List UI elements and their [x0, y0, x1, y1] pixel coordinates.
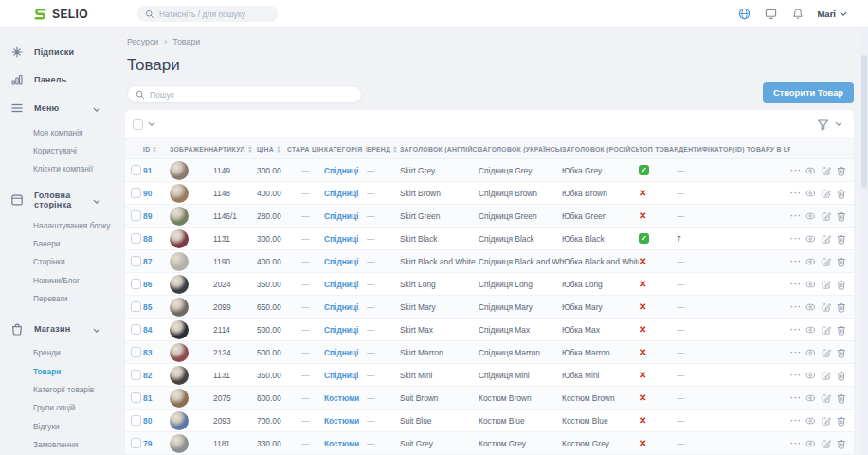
delete-icon[interactable]	[837, 370, 846, 381]
product-image[interactable]	[170, 184, 189, 203]
bell-icon[interactable]	[790, 7, 805, 21]
delete-icon[interactable]	[837, 324, 846, 336]
sort-icon[interactable]	[277, 146, 280, 153]
table-search-input[interactable]	[150, 90, 339, 100]
row-checkbox[interactable]	[131, 415, 141, 426]
edit-icon[interactable]	[822, 438, 831, 449]
bulk-actions-chevron-icon[interactable]	[148, 121, 155, 127]
sidebar-item-shop[interactable]: Магазин	[8, 314, 118, 344]
more-actions-icon[interactable]: ···	[790, 371, 800, 380]
edit-icon[interactable]	[822, 165, 831, 176]
product-id-link[interactable]: 87	[143, 257, 170, 266]
row-checkbox[interactable]	[131, 370, 141, 380]
product-image[interactable]	[170, 343, 189, 362]
product-image[interactable]	[170, 298, 189, 317]
product-category-link[interactable]: Костюми	[324, 439, 367, 448]
sort-icon[interactable]	[153, 146, 156, 153]
more-actions-icon[interactable]: ···	[790, 234, 800, 244]
more-actions-icon[interactable]: ···	[790, 439, 800, 448]
sidebar-item-homepage[interactable]: Головна сторінка	[8, 184, 118, 216]
row-checkbox[interactable]	[131, 233, 141, 244]
view-icon[interactable]	[805, 416, 815, 426]
edit-icon[interactable]	[822, 188, 831, 199]
sidebar-subitem[interactable]: Новини/Блог	[33, 271, 118, 289]
delete-icon[interactable]	[837, 392, 846, 404]
edit-icon[interactable]	[822, 256, 831, 267]
product-image[interactable]	[170, 389, 189, 408]
delete-icon[interactable]	[837, 347, 846, 358]
sidebar-subitem[interactable]: Банери	[33, 234, 118, 252]
product-category-link[interactable]: Спідниці	[324, 325, 367, 335]
product-category-link[interactable]: Костюми	[324, 393, 367, 403]
product-category-link[interactable]: Спідниці	[324, 189, 367, 198]
scrollbar-thumb[interactable]	[861, 55, 867, 188]
product-image[interactable]	[170, 411, 189, 430]
view-icon[interactable]	[805, 302, 815, 312]
product-id-link[interactable]: 81	[143, 393, 170, 403]
table-search[interactable]	[127, 85, 362, 103]
product-category-link[interactable]: Спідниці	[324, 302, 367, 312]
product-image[interactable]	[170, 366, 189, 385]
sidebar-subitem[interactable]: Користувачі	[33, 141, 118, 159]
more-actions-icon[interactable]: ···	[790, 348, 800, 357]
edit-icon[interactable]	[822, 279, 831, 290]
breadcrumb-parent[interactable]: Ресурси	[127, 37, 158, 46]
sidebar-item-menu[interactable]: Меню	[8, 93, 118, 123]
view-icon[interactable]	[805, 439, 815, 448]
product-category-link[interactable]: Спідниці	[324, 211, 367, 221]
column-header[interactable]: ЦІНА	[257, 146, 287, 153]
sidebar-subitem[interactable]: Клієнти компанії	[33, 160, 118, 178]
row-checkbox[interactable]	[131, 210, 141, 221]
delete-icon[interactable]	[837, 438, 846, 449]
row-checkbox[interactable]	[131, 279, 141, 289]
product-id-link[interactable]: 86	[143, 280, 170, 289]
more-actions-icon[interactable]: ···	[790, 280, 800, 289]
edit-icon[interactable]	[822, 415, 831, 427]
product-image[interactable]	[170, 320, 189, 339]
edit-icon[interactable]	[822, 370, 831, 381]
edit-icon[interactable]	[822, 347, 831, 358]
sort-icon[interactable]	[248, 146, 252, 153]
view-icon[interactable]	[805, 211, 815, 221]
sidebar-item-subscriptions[interactable]: Підписки	[8, 38, 118, 65]
view-icon[interactable]	[805, 393, 815, 403]
select-all-checkbox[interactable]	[133, 119, 143, 130]
edit-icon[interactable]	[822, 324, 831, 336]
global-search[interactable]	[137, 6, 278, 22]
column-header[interactable]: ID	[143, 146, 170, 153]
product-image[interactable]	[170, 252, 189, 271]
column-header[interactable]: КАТЕГОРІЯ	[324, 146, 367, 153]
user-menu[interactable]: Mari	[817, 9, 847, 19]
sidebar-subitem[interactable]: Групи опцій	[33, 399, 118, 417]
sidebar-subitem[interactable]: Замовлення	[33, 436, 118, 454]
row-checkbox[interactable]	[131, 301, 141, 312]
more-actions-icon[interactable]: ···	[790, 211, 800, 221]
product-category-link[interactable]: Спідниці	[324, 371, 367, 380]
view-icon[interactable]	[805, 371, 815, 380]
more-actions-icon[interactable]: ···	[790, 189, 800, 198]
column-header[interactable]: АРТИКУЛ	[213, 146, 257, 153]
global-search-input[interactable]	[159, 9, 263, 19]
delete-icon[interactable]	[837, 188, 846, 199]
more-actions-icon[interactable]: ···	[790, 325, 800, 335]
product-id-link[interactable]: 88	[143, 234, 170, 244]
product-category-link[interactable]: Спідниці	[324, 257, 367, 266]
product-id-link[interactable]: 84	[143, 325, 170, 335]
row-checkbox[interactable]	[131, 165, 141, 175]
sidebar-subitem[interactable]: Моя компанія	[33, 123, 118, 141]
product-image[interactable]	[170, 161, 189, 180]
edit-icon[interactable]	[822, 233, 831, 245]
product-image[interactable]	[170, 434, 189, 453]
sidebar-subitem[interactable]: Категорії товарів	[33, 381, 118, 399]
sidebar-subitem[interactable]: Налаштування блоку	[33, 216, 118, 234]
row-checkbox[interactable]	[131, 256, 141, 266]
product-category-link[interactable]: Костюми	[324, 416, 367, 426]
column-header[interactable]: БРЕНД	[367, 146, 400, 153]
product-category-link[interactable]: Спідниці	[324, 348, 367, 357]
view-icon[interactable]	[805, 234, 815, 244]
edit-icon[interactable]	[822, 392, 831, 404]
filter-button[interactable]	[817, 118, 842, 131]
delete-icon[interactable]	[837, 165, 846, 176]
sidebar-subitem[interactable]: Бренди	[33, 344, 118, 362]
view-icon[interactable]	[805, 189, 815, 198]
